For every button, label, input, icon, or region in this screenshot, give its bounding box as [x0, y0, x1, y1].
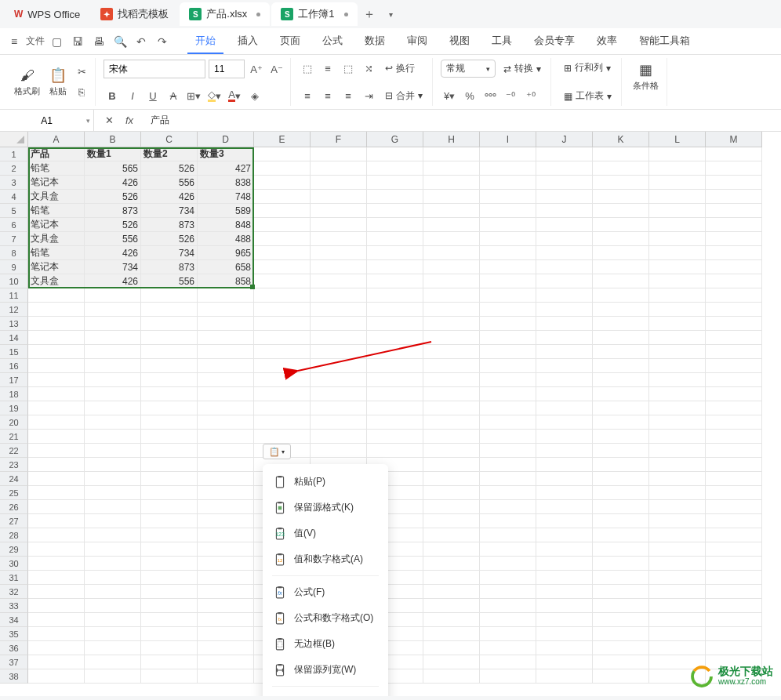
cell[interactable]: [536, 430, 593, 444]
cell[interactable]: [254, 317, 311, 331]
cell[interactable]: [85, 599, 141, 613]
cell[interactable]: 734: [141, 246, 198, 260]
cell[interactable]: [706, 218, 762, 232]
cell[interactable]: [706, 415, 762, 430]
cell[interactable]: [593, 317, 649, 331]
cell[interactable]: [423, 627, 480, 641]
name-box[interactable]: ▾: [0, 110, 94, 131]
cell[interactable]: [649, 500, 706, 514]
cell[interactable]: [480, 373, 536, 387]
cell[interactable]: [311, 444, 367, 458]
cell[interactable]: [536, 585, 593, 599]
cell[interactable]: [85, 528, 141, 542]
cell[interactable]: 848: [198, 218, 254, 232]
cell[interactable]: [480, 415, 536, 430]
cell[interactable]: [28, 613, 85, 627]
cell[interactable]: [28, 430, 85, 444]
cell[interactable]: [536, 542, 593, 557]
cell[interactable]: 838: [198, 176, 254, 190]
row-header[interactable]: 12: [0, 303, 28, 317]
cell[interactable]: [480, 232, 536, 246]
cell[interactable]: [85, 669, 141, 684]
orientation-icon[interactable]: ⤭: [360, 60, 377, 77]
cell[interactable]: [254, 190, 311, 204]
cell[interactable]: [480, 528, 536, 542]
cell[interactable]: [593, 415, 649, 430]
format-painter-button[interactable]: 🖌格式刷: [11, 66, 43, 99]
cell[interactable]: [254, 246, 311, 260]
row-header[interactable]: 20: [0, 415, 28, 430]
cell[interactable]: [311, 176, 367, 190]
cell[interactable]: [423, 274, 480, 288]
cell[interactable]: [593, 288, 649, 303]
cell[interactable]: 426: [85, 176, 141, 190]
cell[interactable]: [593, 387, 649, 401]
cell[interactable]: 526: [85, 218, 141, 232]
redo-icon[interactable]: ↷: [153, 32, 172, 51]
cell[interactable]: [536, 571, 593, 585]
row-header[interactable]: 22: [0, 444, 28, 458]
cell[interactable]: [198, 528, 254, 542]
row-header[interactable]: 6: [0, 218, 28, 232]
cell[interactable]: [649, 176, 706, 190]
cell[interactable]: [423, 260, 480, 274]
cell[interactable]: [593, 669, 649, 684]
row-header[interactable]: 11: [0, 288, 28, 303]
cell[interactable]: [198, 571, 254, 585]
save-icon[interactable]: 🖫: [68, 32, 87, 51]
currency-icon[interactable]: ¥▾: [441, 87, 458, 104]
cell[interactable]: [141, 627, 198, 641]
cell[interactable]: 数量1: [85, 147, 141, 161]
column-header[interactable]: K: [593, 132, 649, 147]
cell[interactable]: [593, 444, 649, 458]
cell[interactable]: [536, 486, 593, 500]
cell[interactable]: [706, 303, 762, 317]
cell[interactable]: 873: [85, 204, 141, 218]
cell[interactable]: [480, 430, 536, 444]
cell[interactable]: [28, 444, 85, 458]
cell[interactable]: [536, 317, 593, 331]
strikethrough-button[interactable]: A: [165, 87, 182, 104]
cell[interactable]: [593, 161, 649, 176]
cell[interactable]: [198, 317, 254, 331]
cell[interactable]: 426: [85, 246, 141, 260]
row-header[interactable]: 9: [0, 260, 28, 274]
cell[interactable]: [480, 500, 536, 514]
cell[interactable]: [536, 303, 593, 317]
row-header[interactable]: 28: [0, 528, 28, 542]
row-header[interactable]: 36: [0, 641, 28, 655]
cell[interactable]: [254, 401, 311, 415]
cell[interactable]: [85, 557, 141, 571]
cell[interactable]: [198, 599, 254, 613]
paste-option-item[interactable]: fx公式(F): [263, 579, 388, 605]
cell[interactable]: [536, 458, 593, 472]
paste-option-item[interactable]: 12值和数字格式(A): [263, 546, 388, 572]
cell[interactable]: [198, 345, 254, 359]
cell[interactable]: [311, 218, 367, 232]
select-all-corner[interactable]: [0, 132, 28, 147]
cell[interactable]: [593, 500, 649, 514]
cell[interactable]: 965: [198, 246, 254, 260]
row-header[interactable]: 16: [0, 359, 28, 373]
cell[interactable]: [423, 669, 480, 684]
menu-item[interactable]: 公式: [314, 29, 351, 54]
cell[interactable]: [254, 359, 311, 373]
cell[interactable]: [480, 331, 536, 345]
rows-cols-button[interactable]: ⊞行和列▾: [559, 60, 616, 76]
row-header[interactable]: 3: [0, 176, 28, 190]
cell[interactable]: [311, 232, 367, 246]
cell[interactable]: [254, 288, 311, 303]
cell[interactable]: [423, 147, 480, 161]
cell[interactable]: [649, 557, 706, 571]
cell[interactable]: [649, 190, 706, 204]
cell[interactable]: [367, 387, 423, 401]
cell[interactable]: [536, 260, 593, 274]
cell[interactable]: [141, 415, 198, 430]
cell[interactable]: [536, 641, 593, 655]
cell[interactable]: [311, 331, 367, 345]
borders-button[interactable]: ⊞▾: [185, 87, 202, 104]
cell[interactable]: [28, 500, 85, 514]
cell[interactable]: [141, 641, 198, 655]
cell[interactable]: [536, 218, 593, 232]
cell[interactable]: [198, 430, 254, 444]
